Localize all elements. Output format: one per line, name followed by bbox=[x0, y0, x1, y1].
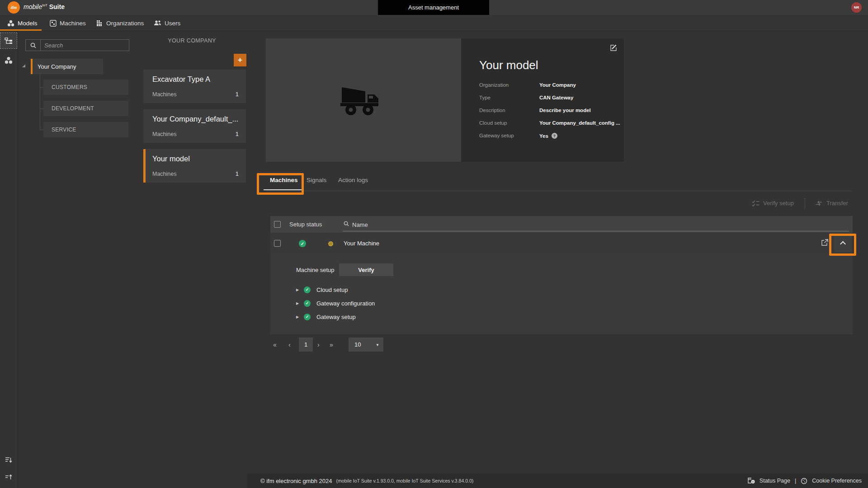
cookie-preferences-link[interactable]: Cookie Preferences bbox=[812, 478, 862, 484]
machines-table: Setup status ✓ Your Machine Machine setu… bbox=[270, 216, 853, 334]
select-all-checkbox[interactable] bbox=[274, 221, 281, 228]
tree-expander-icon[interactable]: ◢ bbox=[22, 63, 25, 68]
verify-button[interactable]: Verify bbox=[339, 263, 393, 276]
add-model-button[interactable]: + bbox=[234, 54, 246, 66]
tree-node-label: DEVELOPMENT bbox=[52, 105, 94, 112]
user-avatar[interactable]: NR bbox=[851, 2, 862, 13]
selected-node-bar bbox=[31, 59, 33, 74]
model-card-title: Excavator Type A bbox=[152, 75, 210, 84]
cookie-icon bbox=[801, 478, 807, 484]
tree-node-your-company[interactable]: Your Company bbox=[31, 59, 103, 74]
status-page-link[interactable]: Status Page bbox=[760, 478, 790, 484]
models-panel-header: YOUR COMPANY bbox=[137, 38, 247, 44]
model-card-stat-label: Machines bbox=[152, 91, 177, 98]
status-page-icon bbox=[748, 478, 755, 484]
tree-node-label: SERVICE bbox=[52, 127, 76, 133]
dump-truck-icon bbox=[339, 83, 388, 117]
expand-arrow-icon[interactable]: ▶ bbox=[296, 315, 304, 319]
model-card-your-model[interactable]: Your model Machines 1 bbox=[143, 149, 246, 183]
verify-setup-label: Verify setup bbox=[763, 200, 794, 206]
tree-node-development[interactable]: DEVELOPMENT bbox=[43, 101, 128, 116]
model-card-stat-label: Machines bbox=[152, 131, 177, 137]
search-input[interactable] bbox=[41, 40, 129, 51]
check-row-cloud-setup[interactable]: ▶ ✓ Cloud setup bbox=[296, 286, 348, 293]
brand-iot: IoT bbox=[42, 3, 47, 7]
active-nav-underline bbox=[0, 29, 42, 31]
annotation-box-collapse-button bbox=[829, 234, 856, 256]
model-card-excavator[interactable]: Excavator Type A Machines 1 bbox=[143, 70, 246, 103]
brand-suite: Suite bbox=[49, 3, 65, 10]
tree-node-service[interactable]: SERVICE bbox=[43, 122, 128, 137]
nav-item-users[interactable]: Users bbox=[154, 15, 180, 31]
model-card-title: Your Company_default_... bbox=[152, 115, 238, 123]
tab-action-logs[interactable]: Action logs bbox=[338, 177, 368, 183]
name-filter-input[interactable] bbox=[352, 220, 845, 230]
ifm-logo: ifm bbox=[8, 1, 20, 14]
tab-signals[interactable]: Signals bbox=[307, 177, 326, 183]
first-page-button[interactable]: « bbox=[273, 338, 277, 352]
tree-connector bbox=[40, 130, 43, 130]
sort-descending-icon bbox=[5, 457, 12, 463]
hierarchy-icon bbox=[5, 38, 13, 44]
prev-page-button[interactable]: ‹ bbox=[288, 338, 291, 352]
edit-icon[interactable] bbox=[610, 44, 618, 52]
page-title-strip: Asset management bbox=[378, 0, 489, 15]
transfer-button[interactable]: Transfer bbox=[815, 200, 848, 206]
tab-strip-divider bbox=[266, 191, 853, 191]
model-card-stat-value: 1 bbox=[236, 91, 239, 98]
setup-status-header: Setup status bbox=[289, 221, 322, 228]
sort-ascending-icon bbox=[5, 474, 12, 480]
row-checkbox[interactable] bbox=[274, 240, 281, 247]
nav-label: Models bbox=[18, 20, 38, 27]
tree-connector bbox=[40, 87, 43, 88]
toolbar-divider bbox=[805, 198, 805, 208]
status-pending-icon bbox=[328, 241, 333, 246]
machine-row[interactable]: ✓ Your Machine bbox=[270, 233, 853, 254]
page-title: Asset management bbox=[408, 4, 459, 11]
models-cluster-icon bbox=[5, 56, 13, 64]
check-label: Gateway setup bbox=[316, 314, 356, 320]
nav-item-models[interactable]: Models bbox=[7, 15, 38, 31]
model-detail-panel: Your model Organization Your Company Typ… bbox=[266, 38, 624, 162]
field-label: Description bbox=[479, 108, 505, 113]
field-value: Yes bbox=[539, 133, 548, 139]
nav-label: Organizations bbox=[106, 20, 144, 27]
main-content: Your model Organization Your Company Typ… bbox=[247, 31, 868, 488]
next-page-button[interactable]: › bbox=[317, 338, 320, 352]
field-label: Organization bbox=[479, 82, 509, 88]
expand-arrow-icon[interactable]: ▶ bbox=[296, 288, 304, 292]
model-image-area bbox=[266, 38, 461, 162]
setup-ok-icon: ✓ bbox=[299, 240, 306, 247]
nav-label: Users bbox=[165, 20, 180, 27]
check-ok-icon: ✓ bbox=[304, 300, 311, 307]
help-icon[interactable]: ? bbox=[552, 133, 557, 139]
tree-node-customers[interactable]: CUSTOMERS bbox=[43, 80, 128, 95]
check-label: Gateway configuration bbox=[316, 300, 375, 307]
current-page[interactable]: 1 bbox=[299, 338, 313, 352]
expand-arrow-icon[interactable]: ▶ bbox=[296, 301, 304, 305]
check-row-gateway-setup[interactable]: ▶ ✓ Gateway setup bbox=[296, 313, 356, 320]
rail-tree-view-button[interactable] bbox=[0, 33, 17, 49]
check-row-gateway-configuration[interactable]: ▶ ✓ Gateway configuration bbox=[296, 300, 375, 307]
models-list-panel: YOUR COMPANY + Excavator Type A Machines… bbox=[137, 31, 247, 488]
machines-icon bbox=[50, 20, 57, 27]
nav-item-machines[interactable]: Machines bbox=[50, 15, 86, 31]
open-external-icon[interactable] bbox=[821, 239, 828, 246]
footer-separator: | bbox=[795, 478, 796, 484]
last-page-button[interactable]: » bbox=[330, 338, 333, 352]
page-size-dropdown[interactable]: 10 ▼ bbox=[349, 338, 383, 352]
search-icon[interactable] bbox=[26, 40, 41, 51]
model-card-default-config[interactable]: Your Company_default_... Machines 1 bbox=[143, 109, 246, 143]
model-card-title: Your model bbox=[152, 155, 190, 163]
users-icon bbox=[154, 20, 161, 26]
main-nav: Models Machines Organizations Users bbox=[0, 15, 868, 31]
transfer-icon bbox=[815, 200, 823, 206]
verify-setup-button[interactable]: Verify setup bbox=[752, 200, 794, 206]
check-label: Cloud setup bbox=[316, 286, 348, 293]
copyright-text: © ifm electronic gmbh 2024 bbox=[260, 478, 332, 484]
rail-sort-descending-button[interactable] bbox=[0, 452, 17, 468]
nav-item-organizations[interactable]: Organizations bbox=[96, 15, 144, 31]
rail-sort-ascending-button[interactable] bbox=[0, 469, 17, 485]
organization-tree-panel: ◢ Your Company CUSTOMERS DEVELOPMENT SER… bbox=[18, 31, 137, 488]
rail-models-button[interactable] bbox=[0, 52, 17, 68]
